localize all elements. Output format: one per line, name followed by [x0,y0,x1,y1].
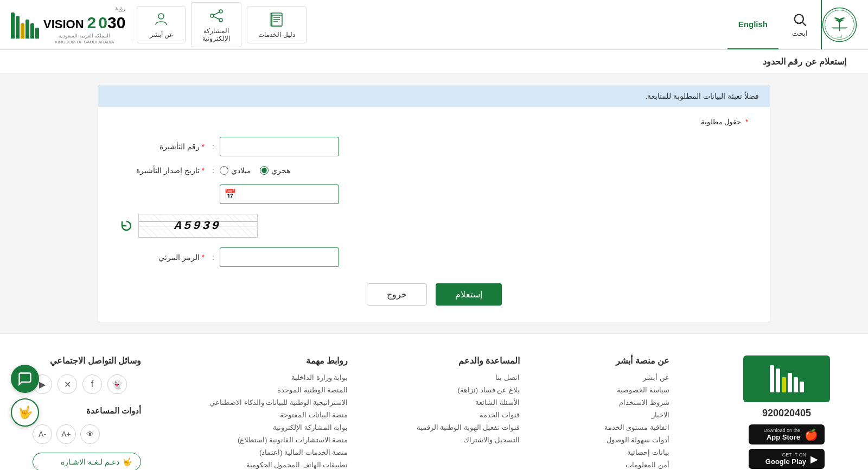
radio-miladi[interactable]: ميلادي [220,166,251,175]
footer-help-item-5[interactable]: قنوات تفعيل الهوية الوطنية الرقمية [417,423,520,431]
twitter-x-icon[interactable]: ✕ [58,374,77,394]
sign-lang-icon: 🤟 [123,458,132,466]
store-buttons: 🍎 Download on the App Store ▶ GET IT ON … [749,424,825,470]
footer-help-item-6[interactable]: التسجيل والاشتراك [417,436,520,444]
main-content: فضلاً تعبئة البيانات المطلوبة للمتابعة. … [0,74,868,333]
visa-number-input[interactable] [220,137,339,156]
nav-service-guide[interactable]: دليل الخدمات [247,6,306,43]
footer-about-item-5[interactable]: اتفاقية مستوى الخدمة [588,423,669,431]
footer-about-item-4[interactable]: الاخبار [588,411,669,419]
footer-link-item-1[interactable]: بوابة وزارة الداخلية [209,373,348,382]
decrease-font-button[interactable]: -A [33,424,52,444]
svg-rect-14 [270,13,272,26]
captcha-label: * الرمز المرئي [120,253,207,262]
footer-col-links-title: روابط مهمة [209,355,348,366]
captcha-input[interactable] [220,247,339,267]
svg-line-18 [214,12,219,15]
person-icon [152,11,170,28]
required-note: * حقول مطلوبة [120,118,748,126]
footer-link-item-2[interactable]: المنصة الوطنية الموحدة [209,386,348,394]
book-icon [268,11,285,28]
svg-point-15 [219,10,222,13]
search-label: ابحث [792,29,808,37]
footer-about-item-3[interactable]: شروط الاستخدام [588,398,669,407]
footer-help-item-2[interactable]: بلاغ عن فساد (نزاهة) [417,386,520,394]
page-title: إستعلام عن رقم الحدود [0,50,868,74]
footer-help-item-3[interactable]: الأسئلة الشائعة [417,398,520,407]
footer-link-item-6[interactable]: منصة الاستشارات القانونية (استطلاع) [209,436,348,444]
accessibility-buttons: 👁 +A -A [33,424,141,444]
footer-about-item-2[interactable]: سياسة الخصوصية [588,386,669,394]
footer-col-about-title: عن منصة أبشر [588,355,669,366]
footer-social: وسائل التواصل الاجتماعي 👻 f ✕ ▶ أدوات ال… [33,355,141,470]
captcha-value: A5939 [174,219,222,233]
footer-link-item-3[interactable]: الاستراتيجية الوطنية للبيانات والذكاء ال… [209,398,348,407]
app-store-button[interactable]: 🍎 Download on the App Store [749,424,825,444]
footer-help-item-4[interactable]: قنوات الخدمة [417,411,520,419]
footer-col-about: عن منصة أبشر عن أبشر سياسة الخصوصية شروط… [588,355,669,469]
saudi-emblem-icon: أبشر [822,7,857,42]
svg-text:أبشر: أبشر [837,34,843,39]
footer: 920020405 🍎 Download on the App Store ▶ … [0,333,868,470]
chat-fab-button[interactable] [11,365,39,393]
footer-phone: 920020405 [762,408,811,419]
hand-accessibility-fab-button[interactable]: 🤟 [11,398,39,427]
footer-about-item-6[interactable]: أدوات سهولة الوصول [588,436,669,444]
footer-social-title: وسائل التواصل الاجتماعي [33,355,141,366]
svg-point-6 [795,15,803,23]
google-play-icon: ▶ [810,453,818,465]
date-label: * تاريخ إصدار التأشيرة [120,166,207,175]
form-buttons: إستعلام خروج [120,283,748,306]
vision-2030-logo: رؤية VISION 2030 المملكة العربية السعودي… [11,4,125,45]
google-play-name: Google Play [765,458,806,466]
calendar-icon: 📅 [224,188,236,200]
footer-about-item-7[interactable]: بيانات إحصائية [588,448,669,456]
header-nav: دليل الخدمات المشاركةالإلكترونية عن أبشر [137,2,306,47]
sign-language-button[interactable]: 🤟 دعـم لـغـة الاشـارة [33,453,141,470]
search-button[interactable]: ابحث [778,0,822,49]
radio-hijri[interactable]: هجري [260,166,290,175]
logout-button[interactable]: خروج [367,283,427,306]
footer-col-help-title: المساعدة والدعم [417,355,520,366]
increase-font-button[interactable]: +A [56,424,76,444]
inquiry-button[interactable]: إستعلام [436,283,502,306]
footer-link-item-5[interactable]: بوابة المشاركة الإلكترونية [209,423,348,431]
app-store-name: App Store [763,433,800,441]
app-store-sub: Download on the [763,428,800,433]
nav-about-absher[interactable]: عن أبشر [137,6,186,43]
svg-point-16 [210,14,214,17]
captcha-image-row: A5939 [120,214,748,238]
footer-link-item-4[interactable]: منصة البيانات المفتوحة [209,411,348,419]
language-toggle[interactable]: English [727,0,778,49]
footer-brand: 920020405 🍎 Download on the App Store ▶ … [738,355,835,470]
form-info-bar: فضلاً تعبئة البيانات المطلوبة للمتابعة. [98,85,770,107]
date-input[interactable] [220,185,339,204]
nav-e-participation[interactable]: المشاركةالإلكترونية [191,2,241,47]
accessibility-title: أدوات المساعدة [33,406,141,416]
snapchat-icon[interactable]: 👻 [107,374,127,394]
fab-container: 🤟 [11,365,39,427]
footer-help-item-1[interactable]: اتصل بنا [417,373,520,382]
form-body: * حقول مطلوبة : * رقم التأشيرة هجري [98,107,770,322]
date-type-row: هجري ميلادي : * تاريخ إصدار التأشيرة [120,166,748,204]
nav-e-participation-label: المشاركةالإلكترونية [202,27,230,42]
captcha-refresh-button[interactable] [120,219,133,232]
footer-about-item-8[interactable]: أمن المعلومات [588,461,669,469]
footer-link-item-8[interactable]: تطبيقات الهاتف المحمول الحكومية [209,461,348,469]
svg-point-20 [158,14,164,19]
facebook-icon[interactable]: f [82,374,102,394]
footer-col-help: المساعدة والدعم اتصل بنا بلاغ عن فساد (ن… [417,355,520,444]
share-icon [208,7,225,24]
eye-accessibility-button[interactable]: 👁 [80,424,100,444]
nav-about-absher-label: عن أبشر [150,31,173,39]
radio-miladi-input[interactable] [220,166,228,175]
date-input-wrapper: 📅 [220,185,339,204]
header: أبشر ابحث English دليل الخدمات [0,0,868,50]
form-container: فضلاً تعبئة البيانات المطلوبة للمتابعة. … [98,85,770,322]
svg-line-7 [802,22,806,26]
google-play-button[interactable]: ▶ GET IT ON Google Play [749,449,825,469]
footer-about-item-1[interactable]: عن أبشر [588,373,669,382]
radio-hijri-input[interactable] [260,166,269,175]
footer-top: 920020405 🍎 Download on the App Store ▶ … [33,355,835,470]
footer-link-item-7[interactable]: منصة الخدمات المالية (اعتماد) [209,448,348,456]
